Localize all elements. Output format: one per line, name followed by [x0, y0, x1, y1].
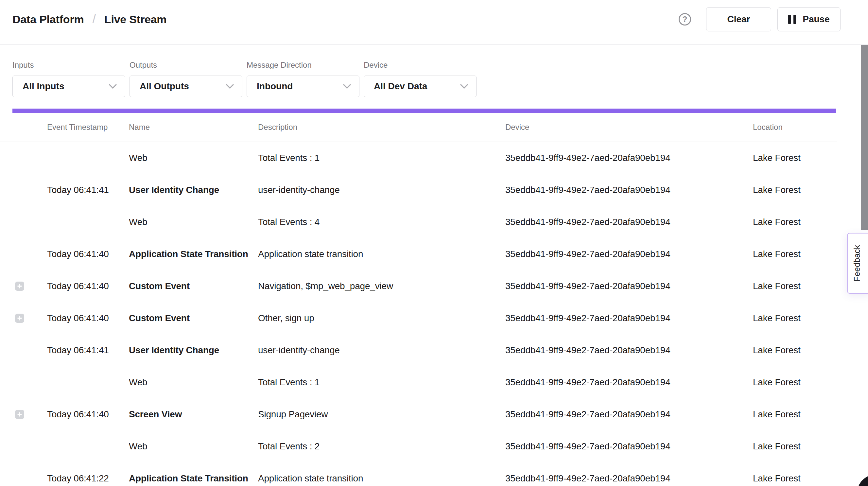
page-header: Data Platform / Live Stream ? Clear Paus…: [0, 0, 868, 45]
event-name: Custom Event: [129, 313, 258, 324]
event-location: Lake Forest: [753, 153, 837, 163]
event-name: Web: [129, 153, 258, 163]
event-timestamp: Today 06:41:40: [47, 313, 129, 324]
event-description: Total Events : 2: [258, 441, 505, 452]
event-name: User Identity Change: [129, 345, 258, 356]
event-name: Web: [129, 377, 258, 388]
message-direction-filter-select[interactable]: Inbound: [247, 75, 360, 97]
expander-cell: [0, 282, 47, 291]
event-description: Other, sign up: [258, 313, 505, 324]
table-row[interactable]: Web Total Events : 1 35eddb41-9ff9-49e2-…: [0, 366, 837, 398]
table-row[interactable]: Today 06:41:40 Application State Transit…: [0, 238, 837, 270]
clear-button[interactable]: Clear: [706, 7, 771, 31]
event-device: 35eddb41-9ff9-49e2-7aed-20afa90eb194: [505, 441, 753, 452]
event-location: Lake Forest: [753, 249, 837, 260]
event-timestamp: Today 06:41:41: [47, 345, 129, 356]
event-location: Lake Forest: [753, 441, 837, 452]
table-row[interactable]: Today 06:41:40 Screen View Signup Pagevi…: [0, 398, 837, 430]
device-filter-select[interactable]: All Dev Data: [364, 75, 476, 97]
outputs-filter-select[interactable]: All Outputs: [129, 75, 242, 97]
message-direction-filter-value: Inbound: [257, 81, 293, 92]
feedback-tab-label: Feedback: [852, 245, 862, 281]
event-timestamp: Today 06:41:40: [47, 249, 129, 260]
pause-button-label: Pause: [803, 14, 830, 25]
chevron-down-icon: [460, 84, 468, 89]
table-row[interactable]: Today 06:41:41 User Identity Change user…: [0, 334, 837, 366]
event-description: Application state transition: [258, 473, 505, 484]
event-location: Lake Forest: [753, 217, 837, 227]
device-filter-label: Device: [364, 61, 476, 70]
table-row[interactable]: Today 06:41:40 Custom Event Navigation, …: [0, 270, 837, 302]
help-icon[interactable]: ?: [679, 13, 691, 26]
event-device: 35eddb41-9ff9-49e2-7aed-20afa90eb194: [505, 473, 753, 484]
event-name: Screen View: [129, 409, 258, 420]
filter-device: Device All Dev Data: [364, 61, 476, 97]
event-description: Application state transition: [258, 249, 505, 260]
filter-outputs: Outputs All Outputs: [129, 61, 242, 97]
expander-cell: [0, 410, 47, 419]
feedback-tab[interactable]: Feedback: [847, 233, 868, 294]
event-description: Total Events : 4: [258, 217, 505, 227]
event-description: Total Events : 1: [258, 153, 505, 163]
chevron-down-icon: [343, 84, 351, 89]
inputs-filter-select[interactable]: All Inputs: [12, 75, 125, 97]
event-description: Navigation, $mp_web_page_view: [258, 281, 505, 292]
event-timestamp: Today 06:41:41: [47, 185, 129, 195]
column-description: Description: [258, 123, 505, 132]
breadcrumb-divider: /: [92, 12, 95, 26]
event-name: Web: [129, 441, 258, 452]
event-device: 35eddb41-9ff9-49e2-7aed-20afa90eb194: [505, 345, 753, 356]
table-header-row: Event Timestamp Name Description Device …: [0, 113, 837, 142]
table-row[interactable]: Today 06:41:41 User Identity Change user…: [0, 174, 837, 206]
column-event-timestamp: Event Timestamp: [47, 123, 129, 132]
event-device: 35eddb41-9ff9-49e2-7aed-20afa90eb194: [505, 153, 753, 163]
event-location: Lake Forest: [753, 345, 837, 356]
chevron-down-icon: [108, 84, 117, 89]
plus-icon: [17, 412, 22, 417]
table-row[interactable]: Today 06:41:40 Custom Event Other, sign …: [0, 302, 837, 334]
table-row[interactable]: Today 06:41:22 Application State Transit…: [0, 462, 837, 486]
plus-icon: [17, 283, 22, 289]
inputs-filter-value: All Inputs: [23, 81, 64, 92]
event-location: Lake Forest: [753, 313, 837, 324]
event-timestamp: Today 06:41:40: [47, 409, 129, 420]
event-name: Application State Transition: [129, 249, 258, 260]
chevron-down-icon: [226, 84, 234, 89]
expand-row-button[interactable]: [15, 282, 24, 291]
breadcrumb-live-stream[interactable]: Live Stream: [104, 13, 167, 26]
event-description: Signup Pageview: [258, 409, 505, 420]
header-actions: ? Clear Pause: [679, 7, 840, 31]
event-timestamp: Today 06:41:40: [47, 281, 129, 292]
event-device: 35eddb41-9ff9-49e2-7aed-20afa90eb194: [505, 249, 753, 260]
event-name: Custom Event: [129, 281, 258, 292]
event-location: Lake Forest: [753, 473, 837, 484]
pause-icon: [788, 15, 796, 24]
filter-message-direction: Message Direction Inbound: [247, 61, 360, 97]
expand-row-button[interactable]: [15, 314, 24, 323]
filter-inputs: Inputs All Inputs: [12, 61, 125, 97]
scrollbar-thumb[interactable]: [861, 45, 868, 230]
event-description: user-identity-change: [258, 345, 505, 356]
inputs-filter-label: Inputs: [12, 61, 125, 70]
event-name: Application State Transition: [129, 473, 258, 484]
event-location: Lake Forest: [753, 185, 837, 195]
event-name: Web: [129, 217, 258, 227]
breadcrumb-data-platform[interactable]: Data Platform: [12, 13, 84, 26]
event-description: Total Events : 1: [258, 377, 505, 388]
live-stream-table: Event Timestamp Name Description Device …: [0, 113, 837, 486]
pause-button[interactable]: Pause: [777, 7, 840, 31]
plus-icon: [17, 315, 22, 321]
filter-bar: Inputs All Inputs Outputs All Outputs Me…: [0, 45, 868, 97]
event-device: 35eddb41-9ff9-49e2-7aed-20afa90eb194: [505, 217, 753, 227]
column-device: Device: [505, 123, 753, 132]
table-row[interactable]: Web Total Events : 2 35eddb41-9ff9-49e2-…: [0, 430, 837, 462]
live-stream-progress-bar: [12, 109, 836, 113]
event-device: 35eddb41-9ff9-49e2-7aed-20afa90eb194: [505, 313, 753, 324]
expand-row-button[interactable]: [15, 410, 24, 419]
column-name: Name: [129, 123, 258, 132]
table-row[interactable]: Web Total Events : 1 35eddb41-9ff9-49e2-…: [0, 142, 837, 174]
table-row[interactable]: Web Total Events : 4 35eddb41-9ff9-49e2-…: [0, 206, 837, 238]
event-location: Lake Forest: [753, 377, 837, 388]
event-description: user-identity-change: [258, 185, 505, 195]
event-timestamp: Today 06:41:22: [47, 473, 129, 484]
